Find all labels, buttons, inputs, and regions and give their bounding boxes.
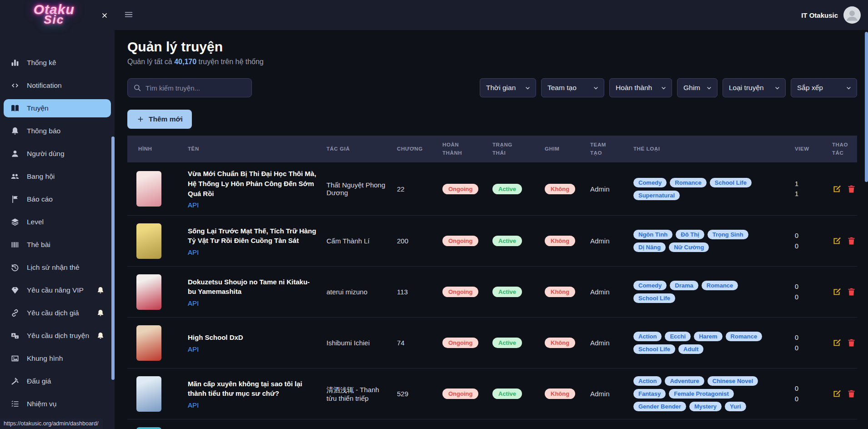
sidebar-item-5[interactable]: Bang hội [4,167,111,186]
genre-tag[interactable]: Ngôn Tình [633,230,672,239]
view-count: 1 [795,189,822,199]
genre-tag[interactable]: Harem [694,332,722,341]
cover-thumbnail[interactable] [136,274,161,310]
genre-tag[interactable]: Action [633,376,662,386]
genre-tag[interactable]: Romance [726,332,763,341]
topbar-user-area[interactable]: IT Otakusic [801,0,861,30]
column-header: TEAM TẠO [587,136,630,162]
story-title[interactable]: High School DxD [188,333,316,343]
sidebar-item-6[interactable]: Báo cáo [4,190,111,208]
genre-tag[interactable]: Female Protagonist [669,389,734,399]
genre-tag[interactable]: Nữ Cường [669,242,709,252]
sidebar-item-7[interactable]: Level [4,213,111,231]
filter-dropdown-3[interactable]: Ghim [677,78,717,97]
genre-tag[interactable]: Adult [678,344,703,354]
completion-cell: Ongoing [439,280,489,303]
avatar[interactable] [843,6,861,24]
genre-tag[interactable]: Romance [702,281,738,290]
edit-icon[interactable] [832,338,842,348]
filter-dropdown-5[interactable]: Sắp xếp [791,78,857,97]
edit-icon[interactable] [832,287,842,297]
genres-cell: ActionEcchiHaremRomanceSchool LifeAdult [630,325,791,360]
filter-dropdown-2[interactable]: Hoàn thành [609,78,672,97]
genre-tag[interactable]: Chinese Novel [707,376,758,386]
sidebar-item-0[interactable]: Thống kê [4,54,111,72]
edit-icon[interactable] [832,236,842,246]
genre-tag[interactable]: School Life [633,344,675,354]
api-link[interactable]: API [188,201,199,209]
close-icon[interactable] [101,12,108,19]
add-new-button[interactable]: Thêm mới [127,110,192,129]
sidebar-item-label: Đấu giá [27,377,51,385]
genre-tag[interactable]: Trọng Sinh [707,230,748,239]
sidebar-item-10[interactable]: Yêu cầu nâng VIP [4,281,111,299]
story-title[interactable]: Vừa Mới Chuẩn Bị Thi Đại Học Thôi Mà, Hệ… [188,169,316,198]
column-header: THỂ LOẠI [630,141,791,157]
genre-tag[interactable]: Comedy [633,178,667,187]
edit-icon[interactable] [832,184,842,194]
trash-icon[interactable] [847,338,856,348]
sidebar-item-label: Nhiệm vụ [27,400,56,408]
genre-tag[interactable]: Drama [670,281,698,290]
svg-text:A: A [12,333,15,337]
genre-tag[interactable]: School Life [710,178,752,187]
filter-dropdown-0[interactable]: Thời gian [480,78,536,97]
top-bar: IT Otakusic [0,0,868,30]
table-body: Vừa Mới Chuẩn Bị Thi Đại Học Thôi Mà, Hệ… [127,162,857,429]
sidebar-item-2[interactable]: Truyện [4,99,111,117]
genre-tag[interactable]: Gender Bender [633,402,686,411]
genre-tag[interactable]: School Life [633,293,675,303]
sidebar-item-4[interactable]: Người dùng [4,145,111,163]
genre-tag[interactable]: Mystery [689,402,722,411]
search-input[interactable] [146,84,246,92]
sidebar-item-9[interactable]: Lịch sử nhận thẻ [4,258,111,277]
story-title[interactable]: Dokuzetsu Shoujo no Tame ni Kitaku-bu Ya… [188,277,316,297]
genre-tag[interactable]: Romance [670,178,707,187]
sidebar-item-12[interactable]: Az Yêu cầu dịch truyện [4,327,111,345]
trash-icon[interactable] [847,287,856,297]
sidebar-item-3[interactable]: Thông báo [4,122,111,140]
genre-tag[interactable]: Dị Năng [633,242,666,252]
genre-tag[interactable]: Supernatural [633,191,680,200]
view-count: 0 [795,241,822,251]
sidebar-item-14[interactable]: Đấu giá [4,372,111,390]
notification-bell-icon[interactable] [96,332,105,340]
notification-bell-icon[interactable] [96,286,105,294]
genre-tag[interactable]: Adventure [665,376,704,386]
genre-tag[interactable]: Comedy [633,281,667,290]
sidebar-item-15[interactable]: Nhiệm vụ [4,395,111,413]
filter-dropdown-4[interactable]: Loại truyện [722,78,786,97]
sidebar-item-13[interactable]: Khung hình [4,349,111,368]
cover-thumbnail[interactable] [136,223,161,259]
api-link[interactable]: API [188,248,199,256]
trash-icon[interactable] [847,389,856,399]
trash-icon[interactable] [847,184,856,194]
notification-bell-icon[interactable] [96,309,105,317]
cover-thumbnail[interactable] [136,427,161,429]
api-link[interactable]: API [188,299,199,307]
sidebar-item-8[interactable]: Thẻ bài [4,236,111,254]
story-title[interactable]: Sống Lại Trước Mạt Thế, Tích Trữ Hàng Tỷ… [188,226,316,246]
cover-thumbnail[interactable] [136,376,161,412]
edit-icon[interactable] [832,389,842,399]
sidebar-item-11[interactable]: Yêu cầu dịch giả [4,304,111,322]
sidebar-scrollbar[interactable] [111,136,115,380]
page-scrollbar[interactable] [865,32,868,182]
story-title[interactable]: Mãn cấp xuyên không tại sao tôi lại thàn… [188,379,316,399]
genre-tag[interactable]: Action [633,332,662,341]
sidebar-item-label: Yêu cầu dịch giả [27,309,79,317]
sidebar-item-1[interactable]: Notification [4,76,111,95]
search-box[interactable] [127,78,252,97]
filter-dropdown-1[interactable]: Team tạo [541,78,604,97]
genre-tag[interactable]: Ecchi [665,332,691,341]
trash-icon[interactable] [847,236,856,246]
genre-tag[interactable]: Yuri [725,402,746,411]
api-link[interactable]: API [188,345,199,353]
genre-tag[interactable]: Fantasy [633,389,666,399]
cover-thumbnail[interactable] [136,325,161,361]
cover-thumbnail[interactable] [136,171,161,207]
genre-tag[interactable]: Đô Thị [676,230,704,239]
sidebar: Otaku Sic Thống kê Notification Truyện T… [0,0,115,429]
api-link[interactable]: API [188,401,199,409]
hamburger-icon[interactable] [124,10,134,20]
